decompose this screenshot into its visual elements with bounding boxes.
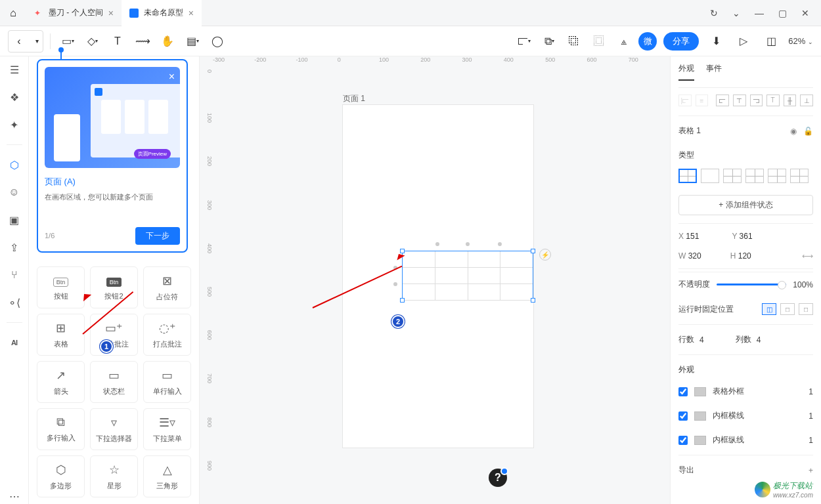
- component-inp[interactable]: ▭单行输入: [143, 361, 191, 403]
- play-icon[interactable]: ▷: [733, 31, 754, 52]
- appearance-check[interactable]: 表格外框1: [678, 379, 813, 404]
- link-tool[interactable]: ⟿: [132, 31, 153, 52]
- watermark: 极光下载站 www.xz7.com: [755, 480, 813, 499]
- add-state-button[interactable]: + 添加组件状态: [678, 195, 813, 215]
- add-export-icon[interactable]: +: [809, 466, 813, 475]
- note-tool[interactable]: ▤▾: [182, 31, 203, 52]
- component-dot[interactable]: ◌⁺打点批注: [143, 314, 191, 356]
- onboarding-step: 1/6: [45, 232, 55, 240]
- component-star[interactable]: ☆星形: [90, 455, 138, 497]
- component-ph[interactable]: ⊠占位符: [143, 266, 191, 308]
- maximize-icon[interactable]: ▢: [778, 8, 787, 18]
- zoom-display[interactable]: 62% ⌄: [788, 36, 813, 46]
- canvas[interactable]: -300-200-1000100200300400500600700 01002…: [200, 56, 670, 504]
- hand-tool[interactable]: ✋: [157, 31, 178, 52]
- rail-layers-icon[interactable]: ❖: [7, 89, 22, 105]
- file-icon: [129, 9, 139, 18]
- component-arr[interactable]: ↗箭头: [37, 361, 85, 403]
- lock-icon[interactable]: 🔓: [803, 127, 813, 136]
- component-panel: × 页面Preview 页面 (A) 在画布区域，您可以新建多个页面 1/6 下…: [29, 56, 200, 504]
- back-dropdown[interactable]: ▾: [31, 31, 43, 52]
- rail-ai-icon[interactable]: AI: [7, 335, 22, 350]
- ruler-horizontal: -300-200-1000100200300400500600700: [213, 56, 670, 70]
- component-tbl[interactable]: ⊞表格: [37, 314, 85, 356]
- tab-label: 未命名原型: [144, 7, 183, 18]
- selected-table[interactable]: ⚡: [402, 251, 533, 301]
- component-sel[interactable]: ▿下拉选择器: [90, 408, 138, 450]
- close-window-icon[interactable]: ✕: [801, 8, 809, 18]
- component-btn2[interactable]: Btn按钮2: [90, 266, 138, 308]
- rail-list-icon[interactable]: ☰: [7, 62, 22, 77]
- align-c-icon[interactable]: ≡: [696, 94, 709, 106]
- type-label: 类型: [678, 143, 813, 165]
- page-label: 页面 1: [343, 93, 365, 104]
- combine-icon[interactable]: ⿻: [564, 31, 585, 52]
- annotation-2: 2: [391, 315, 405, 328]
- link-wh-icon[interactable]: ⟷: [802, 251, 813, 261]
- help-button[interactable]: ?: [489, 469, 507, 487]
- rail-more-icon[interactable]: ⋯: [7, 488, 22, 504]
- minimize-icon[interactable]: —: [755, 8, 764, 18]
- fix-mode-icon[interactable]: □: [799, 303, 813, 315]
- rotate-handle[interactable]: ⚡: [539, 249, 551, 261]
- onboarding-popover: × 页面Preview 页面 (A) 在画布区域，您可以新建多个页面 1/6 下…: [37, 59, 188, 253]
- lock-icon[interactable]: ⟁: [613, 31, 634, 52]
- element-name: 表格 1: [678, 125, 701, 136]
- titlebar: ⌂ ✦ 墨刀 - 个人空间 × 未命名原型 × ↻ ⌄ — ▢ ✕: [0, 0, 821, 26]
- align-icon[interactable]: ⟙: [766, 94, 780, 106]
- tab-prototype[interactable]: 未命名原型 ×: [122, 0, 202, 26]
- tab-events[interactable]: 事件: [706, 63, 722, 81]
- align-icon[interactable]: ⫍: [716, 94, 729, 106]
- tab-label: 墨刀 - 个人空间: [49, 7, 103, 18]
- close-icon[interactable]: ×: [189, 8, 194, 18]
- left-rail: ☰ ❖ ✦ ⬡ ☺ ▣ ⇪ ⑂ ⚬⟨ AI ⋯: [0, 56, 29, 504]
- rail-components-icon[interactable]: ⬡: [7, 157, 22, 173]
- home-icon[interactable]: ⌂: [0, 7, 26, 19]
- reload-icon[interactable]: ↻: [710, 8, 718, 18]
- appearance-check[interactable]: 内框横线1: [678, 404, 813, 428]
- component-btn[interactable]: Btn按钮: [37, 266, 85, 308]
- tab-appearance[interactable]: 外观: [678, 63, 694, 81]
- panel-icon[interactable]: ◫: [761, 31, 782, 52]
- comment-tool[interactable]: ◯: [207, 31, 228, 52]
- onboarding-next-button[interactable]: 下一步: [135, 227, 180, 245]
- align-icon[interactable]: ⊤: [733, 94, 746, 106]
- rail-emoji-icon[interactable]: ☺: [7, 184, 22, 200]
- component-minp[interactable]: ⧉多行输入: [37, 408, 85, 450]
- download-icon[interactable]: ⬇: [705, 31, 726, 52]
- rail-flow-icon[interactable]: ⑂: [7, 267, 22, 283]
- back-button[interactable]: ‹: [9, 31, 30, 52]
- align-icon[interactable]: ⊥: [800, 94, 813, 106]
- group-icon[interactable]: ⿴: [588, 31, 610, 52]
- close-icon[interactable]: ×: [108, 8, 114, 18]
- align-left-icon[interactable]: ⫍▾: [514, 31, 535, 52]
- fix-mode-icon[interactable]: ◫: [762, 303, 776, 315]
- opacity-slider[interactable]: [717, 284, 786, 285]
- component-menu[interactable]: ☰▿下拉菜单: [143, 408, 191, 450]
- close-onboarding-icon[interactable]: ×: [169, 71, 175, 83]
- align-icon[interactable]: ⫎: [750, 94, 763, 106]
- rail-assets-icon[interactable]: ✦: [7, 117, 22, 133]
- chevron-down-icon[interactable]: ⌄: [732, 8, 740, 18]
- align-icon[interactable]: ╫: [784, 94, 797, 106]
- rail-image-icon[interactable]: ▣: [7, 212, 22, 228]
- inspector-tabs: 外观 事件: [678, 56, 813, 88]
- boolean-icon[interactable]: ⧉▾: [539, 31, 560, 52]
- share-button[interactable]: 分享: [663, 32, 699, 51]
- align-l-icon[interactable]: |⫍: [678, 94, 692, 106]
- component-poly[interactable]: ⬡多边形: [37, 455, 85, 497]
- appearance-check[interactable]: 内框纵线1: [678, 428, 813, 452]
- fix-mode-icon[interactable]: □: [780, 303, 795, 315]
- tab-workspace[interactable]: ✦ 墨刀 - 个人空间 ×: [26, 0, 122, 26]
- visibility-icon[interactable]: ◉: [790, 127, 797, 136]
- wei-button[interactable]: 微: [638, 32, 657, 51]
- component-bar[interactable]: ▭状态栏: [90, 361, 138, 403]
- table-type-picker[interactable]: [678, 165, 813, 191]
- text-tool[interactable]: T: [107, 31, 128, 52]
- rail-share-icon[interactable]: ⚬⟨: [7, 295, 22, 310]
- onboarding-hero: × 页面Preview: [45, 67, 180, 168]
- onboarding-title: 页面 (A): [45, 176, 180, 188]
- rail-upload-icon[interactable]: ⇪: [7, 240, 22, 255]
- shape-tool[interactable]: ◇▾: [82, 31, 103, 52]
- component-tri[interactable]: △三角形: [143, 455, 191, 497]
